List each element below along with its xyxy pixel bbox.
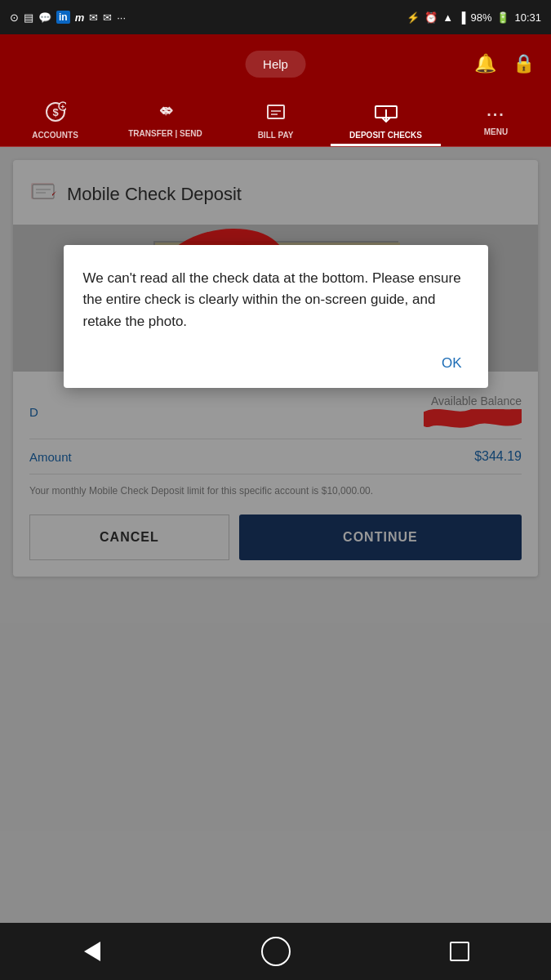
linkedin-icon: in bbox=[56, 11, 70, 24]
tab-billpay[interactable]: BILL PAY bbox=[220, 93, 331, 146]
svg-text:+: + bbox=[60, 103, 64, 111]
svg-text:$: $ bbox=[52, 106, 59, 118]
signal-icon: ▐ bbox=[458, 11, 465, 24]
back-triangle-icon bbox=[84, 942, 100, 961]
gmail-icon: ✉ bbox=[89, 11, 98, 24]
menu-dots-icon: ··· bbox=[487, 105, 505, 124]
accounts-icon: $ + bbox=[45, 101, 66, 127]
svg-rect-6 bbox=[268, 105, 284, 118]
lock-icon[interactable]: 🔒 bbox=[513, 53, 535, 74]
tab-depositchecks[interactable]: DEPOSIT CHECKS bbox=[331, 93, 441, 146]
status-bar-right: ⚡ ⏰ ▲ ▐ 98% 🔋 10:31 bbox=[407, 11, 541, 24]
tab-menu-label: MENU bbox=[484, 127, 508, 136]
tab-billpay-label: BILL PAY bbox=[258, 131, 294, 140]
bluetooth-icon: ⚡ bbox=[407, 11, 420, 24]
tab-transfer[interactable]: ⇔ $ TRANSFER | SEND bbox=[110, 93, 220, 146]
clock: 10:31 bbox=[514, 11, 541, 24]
battery-icon: 🔋 bbox=[496, 11, 509, 24]
wifi-icon: ▲ bbox=[442, 11, 453, 24]
home-circle-icon bbox=[261, 937, 291, 966]
main-content: Mobile Check Deposit Pay to the order of… bbox=[0, 147, 551, 923]
alarm-icon: ⏰ bbox=[424, 11, 438, 24]
status-bar-left: ⊙ ▤ 💬 in m ✉ ✉ ··· bbox=[10, 11, 126, 24]
tab-accounts-label: ACCOUNTS bbox=[32, 131, 78, 140]
tab-transfer-label: TRANSFER | SEND bbox=[128, 129, 202, 138]
bottom-nav bbox=[0, 923, 551, 980]
dialog-ok-button[interactable]: OK bbox=[435, 352, 469, 375]
dialog-actions: OK bbox=[83, 352, 469, 375]
tab-depositchecks-label: DEPOSIT CHECKS bbox=[349, 131, 422, 140]
svg-text:$: $ bbox=[162, 105, 169, 117]
dialog-overlay: We can't read all the check data at the … bbox=[0, 147, 551, 923]
doc-icon: ▤ bbox=[24, 11, 33, 24]
dialog-message: We can't read all the check data at the … bbox=[83, 268, 469, 332]
medium-icon: m bbox=[75, 11, 85, 24]
depositchecks-icon bbox=[374, 101, 398, 127]
recents-square-icon bbox=[450, 942, 469, 961]
help-button[interactable]: Help bbox=[245, 51, 306, 78]
back-button[interactable] bbox=[68, 935, 117, 968]
billpay-icon bbox=[265, 101, 287, 127]
notification-dot-icon: ⊙ bbox=[10, 11, 19, 24]
battery-label: 98% bbox=[470, 11, 491, 24]
top-header: Help 🔔 🔒 bbox=[0, 34, 551, 93]
recents-button[interactable] bbox=[435, 935, 484, 968]
nav-tabs: $ + ACCOUNTS ⇔ $ TRANSFER | SEND BILL PA… bbox=[0, 93, 551, 147]
transfer-icon: ⇔ $ bbox=[153, 103, 179, 126]
tab-menu[interactable]: ··· MENU bbox=[441, 93, 551, 146]
status-bar: ⊙ ▤ 💬 in m ✉ ✉ ··· ⚡ ⏰ ▲ ▐ 98% 🔋 10:31 bbox=[0, 0, 551, 34]
gmail2-icon: ✉ bbox=[103, 11, 112, 24]
home-button[interactable] bbox=[251, 935, 300, 968]
tab-accounts[interactable]: $ + ACCOUNTS bbox=[0, 93, 110, 146]
ellipsis-icon: ··· bbox=[117, 11, 126, 24]
header-icons: 🔔 🔒 bbox=[474, 53, 535, 74]
notification-bell-icon[interactable]: 🔔 bbox=[474, 53, 496, 74]
messenger-icon: 💬 bbox=[38, 11, 51, 24]
alert-dialog: We can't read all the check data at the … bbox=[64, 245, 488, 388]
